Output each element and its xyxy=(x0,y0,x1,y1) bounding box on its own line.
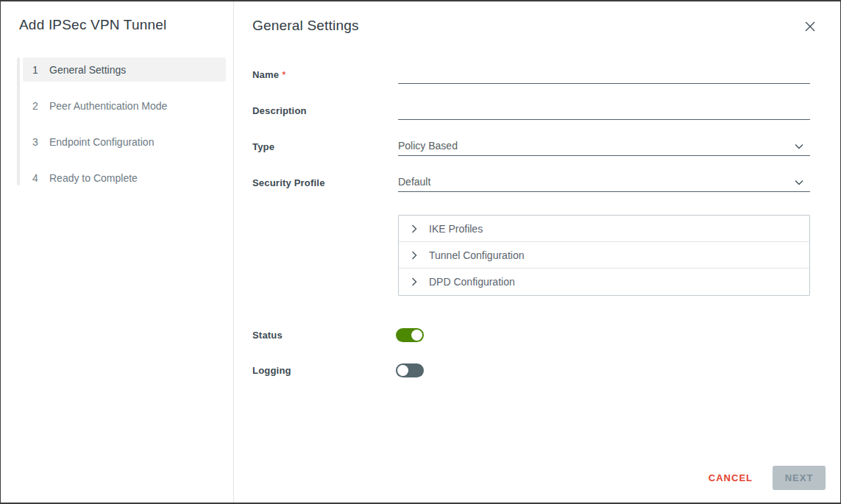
step-label: Ready to Complete xyxy=(49,172,138,184)
profile-accordions: IKE Profiles Tunnel Configuration DPD Co… xyxy=(398,215,810,296)
logging-row: Logging xyxy=(252,359,810,381)
chevron-right-icon xyxy=(411,251,417,260)
security-profile-select[interactable]: Default xyxy=(398,173,810,192)
close-button[interactable] xyxy=(803,19,817,34)
name-row: Name* xyxy=(252,63,810,85)
name-input[interactable] xyxy=(398,65,810,84)
required-asterisk: * xyxy=(282,69,285,80)
close-icon xyxy=(804,21,816,32)
add-ipsec-vpn-tunnel-dialog: Add IPSec VPN Tunnel 1 General Settings … xyxy=(0,0,841,504)
security-profile-select-value: Default xyxy=(398,176,430,189)
chevron-right-icon xyxy=(411,224,417,233)
accordion-label: IKE Profiles xyxy=(429,223,483,235)
step-ready-to-complete[interactable]: 4 Ready to Complete xyxy=(23,166,226,190)
name-label: Name* xyxy=(252,69,398,80)
wizard-steps: 1 General Settings 2 Peer Authentication… xyxy=(1,57,233,190)
status-label: Status xyxy=(252,330,398,341)
security-profile-label: Security Profile xyxy=(252,177,398,188)
step-number: 3 xyxy=(30,136,40,148)
description-input[interactable] xyxy=(398,101,810,120)
step-peer-authentication-mode[interactable]: 2 Peer Authentication Mode xyxy=(23,93,226,118)
logging-label: Logging xyxy=(252,365,398,376)
type-select[interactable]: Policy Based xyxy=(398,137,810,156)
wizard-title: Add IPSec VPN Tunnel xyxy=(19,17,233,33)
chevron-down-icon xyxy=(795,143,803,149)
chevron-down-icon xyxy=(795,180,803,185)
panel-header: General Settings xyxy=(234,1,840,34)
page-title: General Settings xyxy=(252,18,359,34)
accordion-spacer xyxy=(252,215,398,296)
step-label: General Settings xyxy=(49,64,126,76)
general-settings-form: Name* Description Type Policy Based Secu… xyxy=(234,34,840,452)
chevron-right-icon xyxy=(411,277,417,286)
step-number: 4 xyxy=(30,172,40,184)
accordion-section: IKE Profiles Tunnel Configuration DPD Co… xyxy=(252,215,810,296)
security-profile-row: Security Profile Default xyxy=(252,171,810,194)
dialog-footer: CANCEL NEXT xyxy=(234,452,840,503)
status-toggle[interactable] xyxy=(396,328,424,342)
type-row: Type Policy Based xyxy=(252,135,810,157)
step-endpoint-configuration[interactable]: 3 Endpoint Configuration xyxy=(23,129,226,154)
accordion-label: Tunnel Configuration xyxy=(429,249,524,261)
step-label: Peer Authentication Mode xyxy=(49,100,167,112)
step-number: 2 xyxy=(30,100,40,112)
type-label: Type xyxy=(252,141,398,152)
step-label: Endpoint Configuration xyxy=(49,136,154,148)
tunnel-configuration-expander[interactable]: Tunnel Configuration xyxy=(399,242,809,269)
cancel-button[interactable]: CANCEL xyxy=(709,472,753,483)
main-panel: General Settings Name* Description xyxy=(234,1,840,503)
description-label: Description xyxy=(252,105,398,116)
toggle-knob xyxy=(397,365,408,376)
ike-profiles-expander[interactable]: IKE Profiles xyxy=(399,216,809,242)
description-row: Description xyxy=(252,99,810,121)
status-row: Status xyxy=(252,324,810,346)
wizard-sidebar: Add IPSec VPN Tunnel 1 General Settings … xyxy=(1,1,234,503)
dpd-configuration-expander[interactable]: DPD Configuration xyxy=(399,269,809,295)
accordion-label: DPD Configuration xyxy=(429,276,515,288)
logging-toggle[interactable] xyxy=(396,363,424,377)
step-number: 1 xyxy=(30,64,40,76)
type-select-value: Policy Based xyxy=(398,140,458,153)
toggle-knob xyxy=(411,330,422,341)
step-general-settings[interactable]: 1 General Settings xyxy=(23,57,226,82)
next-button[interactable]: NEXT xyxy=(773,466,826,490)
